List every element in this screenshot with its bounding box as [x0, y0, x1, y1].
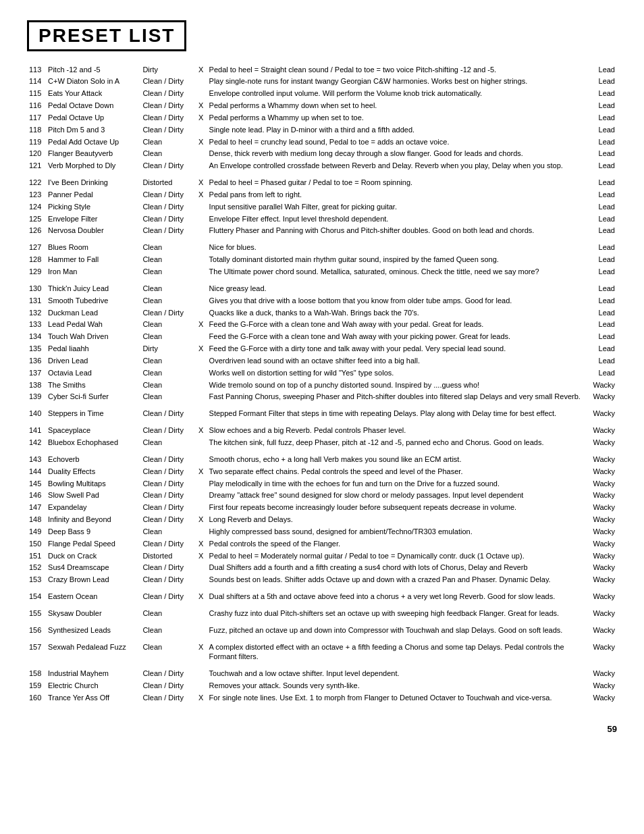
preset-category: Lead [586, 266, 617, 278]
preset-x [195, 367, 207, 379]
preset-desc: Crashy fuzz into dual Pitch-shifters set… [207, 607, 586, 619]
preset-type: Clean / Dirty [140, 88, 194, 100]
preset-name: Verb Morphed to Dly [46, 160, 140, 172]
preset-type: Clean [140, 355, 194, 367]
preset-category: Wacky [586, 525, 617, 538]
preset-category: Wacky [586, 453, 617, 465]
preset-desc: First four repeats become increasingly l… [207, 502, 586, 514]
preset-desc: Two separate effect chains. Pedal contro… [207, 465, 586, 477]
preset-desc: Pedal to heel = Phased guitar / Pedal to… [207, 177, 586, 189]
preset-desc: Slow echoes and a big Reverb. Pedal cont… [207, 425, 586, 437]
preset-name: Duck on Crack [46, 550, 140, 562]
table-row: 154 Eastern Ocean Clean / Dirty X Dual s… [27, 591, 617, 603]
preset-x: X [195, 343, 207, 355]
preset-name: Pitch -12 and -5 [46, 63, 140, 76]
preset-number: 149 [27, 525, 46, 538]
preset-x: X [195, 425, 207, 437]
preset-category: Lead [586, 242, 617, 254]
preset-type: Clean / Dirty [140, 514, 194, 526]
preset-category: Wacky [586, 436, 617, 448]
preset-number: 118 [27, 124, 46, 136]
preset-number: 137 [27, 367, 46, 379]
preset-number: 131 [27, 294, 46, 307]
table-row: 115 Eats Your Attack Clean / Dirty Envel… [27, 88, 617, 100]
preset-name: Bowling Multitaps [46, 477, 140, 490]
preset-x [195, 266, 207, 278]
preset-desc: Overdriven lead sound with an octave shi… [207, 355, 586, 367]
table-row: 144 Duality Effects Clean / Dirty X Two … [27, 465, 617, 477]
preset-x [195, 201, 207, 213]
preset-x [195, 525, 207, 538]
preset-type: Clean / Dirty [140, 425, 194, 437]
preset-table: 113 Pitch -12 and -5 Dirty X Pedal to he… [27, 63, 617, 704]
preset-name: The Smiths [46, 379, 140, 391]
preset-desc: Stepped Formant Filter that steps in tim… [207, 408, 586, 420]
preset-name: Echoverb [46, 453, 140, 465]
preset-number: 113 [27, 63, 46, 76]
preset-x: X [195, 641, 207, 663]
preset-name: Pitch Dm 5 and 3 [46, 124, 140, 136]
preset-number: 121 [27, 160, 46, 172]
preset-x: X [195, 538, 207, 550]
preset-category: Lead [586, 254, 617, 266]
preset-type: Clean / Dirty [140, 188, 194, 201]
table-row: 156 Synthesized Leads Clean Fuzz, pitche… [27, 624, 617, 636]
table-row: 141 Spaceyplace Clean / Dirty X Slow ech… [27, 425, 617, 437]
preset-number: 114 [27, 76, 46, 88]
preset-number: 159 [27, 680, 46, 692]
preset-number: 158 [27, 668, 46, 680]
preset-number: 117 [27, 111, 46, 124]
table-row: 130 Thick'n Juicy Lead Clean Nice greasy… [27, 282, 617, 294]
preset-number: 154 [27, 591, 46, 603]
preset-type: Dirty [140, 343, 194, 355]
preset-x [195, 477, 207, 490]
preset-number: 150 [27, 538, 46, 550]
preset-x [195, 124, 207, 136]
table-row: 152 Sus4 Dreamscape Clean / Dirty Dual S… [27, 562, 617, 574]
table-row: 126 Nervosa Doubler Clean / Dirty Flutte… [27, 225, 617, 237]
table-row: 117 Pedal Octave Up Clean / Dirty X Peda… [27, 111, 617, 124]
preset-type: Clean [140, 319, 194, 331]
table-row: 145 Bowling Multitaps Clean / Dirty Play… [27, 477, 617, 490]
preset-x [195, 242, 207, 254]
preset-type: Clean / Dirty [140, 213, 194, 225]
page-number: 59 [27, 724, 617, 734]
preset-name: Slow Swell Pad [46, 490, 140, 502]
preset-category: Lead [586, 100, 617, 112]
table-row: 147 Expandelay Clean / Dirty First four … [27, 502, 617, 514]
preset-name: Flanger Beautyverb [46, 148, 140, 160]
preset-desc: Feed the G-Force with a clean tone and W… [207, 319, 586, 331]
table-row: 158 Industrial Mayhem Clean / Dirty Touc… [27, 668, 617, 680]
preset-x [195, 624, 207, 636]
preset-category: Lead [586, 367, 617, 379]
preset-desc: Fuzz, pitched an octave up and down into… [207, 624, 586, 636]
preset-category: Lead [586, 225, 617, 237]
preset-x [195, 307, 207, 319]
preset-name: Pedal Octave Up [46, 111, 140, 124]
preset-x [195, 225, 207, 237]
table-row: 114 C+W Diaton Solo in A Clean / Dirty P… [27, 76, 617, 88]
preset-x [195, 453, 207, 465]
preset-desc: Dual Shifters add a fourth and a fifth c… [207, 562, 586, 574]
preset-desc: Totally dominant distorted main rhythm g… [207, 254, 586, 266]
preset-name: Infinity and Beyond [46, 514, 140, 526]
preset-name: Duckman Lead [46, 307, 140, 319]
preset-type: Clean / Dirty [140, 408, 194, 420]
preset-category: Lead [586, 111, 617, 124]
preset-category: Lead [586, 148, 617, 160]
preset-desc: Dense, thick reverb with medium long dec… [207, 148, 586, 160]
table-row: 150 Flange Pedal Speed Clean / Dirty X P… [27, 538, 617, 550]
preset-number: 115 [27, 88, 46, 100]
preset-desc: Dual shifters at a 5th and octave above … [207, 591, 586, 603]
preset-number: 152 [27, 562, 46, 574]
preset-type: Clean / Dirty [140, 124, 194, 136]
preset-x: X [195, 550, 207, 562]
preset-number: 123 [27, 188, 46, 201]
preset-x [195, 391, 207, 403]
preset-desc: Pedal to heel = crunchy lead sound, Peda… [207, 136, 586, 148]
preset-desc: Single note lead. Play in D-minor with a… [207, 124, 586, 136]
preset-type: Clean [140, 242, 194, 254]
preset-category: Wacky [586, 591, 617, 603]
preset-name: Blues Room [46, 242, 140, 254]
preset-x [195, 574, 207, 586]
